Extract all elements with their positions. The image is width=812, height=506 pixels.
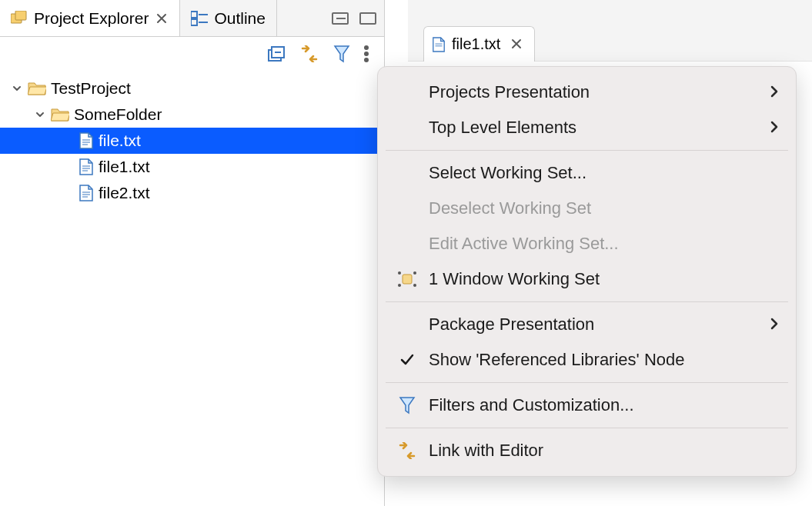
menu-item-label: Show 'Referenced Libraries' Node — [429, 350, 779, 370]
outline-icon — [191, 11, 208, 26]
menu-item-label: Filters and Customization... — [429, 395, 779, 415]
menu-edit-active-working-set: Edit Active Working Set... — [378, 226, 796, 261]
maximize-view-icon[interactable] — [359, 12, 376, 25]
tab-label: Project Explorer — [34, 9, 149, 28]
tree-node-label: file.txt — [99, 131, 141, 150]
file-icon — [79, 185, 94, 201]
editor-tab[interactable]: file1.txt — [423, 26, 535, 62]
tree-node-label: file1.txt — [99, 158, 150, 176]
close-icon[interactable] — [511, 35, 522, 53]
editor-tab-label: file1.txt — [452, 35, 500, 53]
menu-item-label: Projects Presentation — [429, 82, 760, 102]
menu-window-working-set[interactable]: 1 Window Working Set — [378, 261, 796, 297]
chevron-right-icon — [770, 82, 779, 102]
menu-item-label: 1 Window Working Set — [429, 269, 779, 289]
svg-point-23 — [413, 284, 416, 287]
tree-folder-node[interactable]: SomeFolder — [0, 102, 384, 128]
checkmark-icon — [395, 353, 419, 367]
menu-separator — [386, 301, 788, 302]
tree-file-node[interactable]: file2.txt — [0, 180, 384, 206]
link-with-editor-icon[interactable] — [299, 45, 319, 62]
file-icon — [79, 158, 94, 175]
view-menu-popup: Projects Presentation Top Level Elements… — [377, 66, 797, 477]
project-explorer-icon — [11, 11, 28, 26]
collapse-all-icon[interactable] — [267, 45, 286, 62]
project-explorer-view: Project Explorer Outline — [0, 0, 385, 506]
menu-item-label: Select Working Set... — [429, 163, 779, 183]
view-window-controls — [332, 0, 384, 36]
menu-item-label: Link with Editor — [429, 441, 779, 461]
view-tabbar: Project Explorer Outline — [0, 0, 384, 37]
tab-label: Outline — [214, 9, 266, 28]
svg-point-22 — [413, 271, 416, 275]
tab-project-explorer[interactable]: Project Explorer — [0, 0, 180, 36]
menu-deselect-working-set: Deselect Working Set — [378, 191, 796, 226]
close-icon[interactable] — [155, 12, 169, 25]
view-menu-icon[interactable] — [364, 45, 369, 62]
menu-link-with-editor[interactable]: Link with Editor — [378, 433, 796, 468]
menu-separator — [386, 382, 788, 383]
tree-node-label: SomeFolder — [74, 105, 162, 124]
menu-filters-customization[interactable]: Filters and Customization... — [378, 388, 796, 423]
menu-show-referenced-libraries[interactable]: Show 'Referenced Libraries' Node — [378, 342, 796, 378]
svg-rect-3 — [191, 19, 197, 25]
tree-node-label: file2.txt — [99, 184, 150, 202]
svg-rect-24 — [403, 275, 412, 284]
menu-separator — [386, 428, 788, 428]
minimize-view-icon[interactable] — [332, 12, 349, 25]
svg-rect-1 — [15, 11, 26, 20]
tree-project-node[interactable]: TestProject — [0, 75, 384, 102]
open-folder-icon — [51, 107, 69, 122]
link-with-editor-icon — [395, 442, 419, 459]
view-toolbar — [0, 37, 384, 71]
working-set-icon — [395, 271, 419, 288]
menu-projects-presentation[interactable]: Projects Presentation — [378, 75, 796, 110]
filter-icon[interactable] — [333, 45, 350, 63]
menu-item-label: Deselect Working Set — [429, 198, 779, 218]
menu-item-label: Top Level Elements — [429, 118, 760, 138]
open-project-icon — [28, 81, 46, 96]
file-icon — [79, 132, 94, 149]
menu-item-label: Package Presentation — [429, 315, 760, 335]
tree-file-node[interactable]: file.txt — [0, 128, 384, 154]
menu-top-level-elements[interactable]: Top Level Elements — [378, 110, 796, 145]
menu-item-label: Edit Active Working Set... — [429, 234, 779, 254]
svg-point-21 — [398, 284, 401, 287]
tree-file-node[interactable]: file1.txt — [0, 154, 384, 180]
menu-select-working-set[interactable]: Select Working Set... — [378, 155, 796, 191]
chevron-down-icon[interactable] — [34, 109, 46, 120]
svg-rect-2 — [191, 12, 197, 18]
editor-tabbar: file1.txt — [408, 0, 812, 62]
file-icon — [432, 37, 446, 52]
chevron-down-icon[interactable] — [11, 83, 23, 94]
menu-package-presentation[interactable]: Package Presentation — [378, 307, 796, 342]
tab-outline[interactable]: Outline — [180, 0, 277, 36]
filter-icon — [395, 396, 419, 414]
svg-point-20 — [398, 271, 401, 275]
menu-separator — [386, 150, 788, 151]
tree-node-label: TestProject — [51, 79, 131, 98]
chevron-right-icon — [770, 315, 779, 335]
project-tree: TestProject SomeFolder file.txt — [0, 71, 384, 211]
chevron-right-icon — [770, 118, 779, 138]
